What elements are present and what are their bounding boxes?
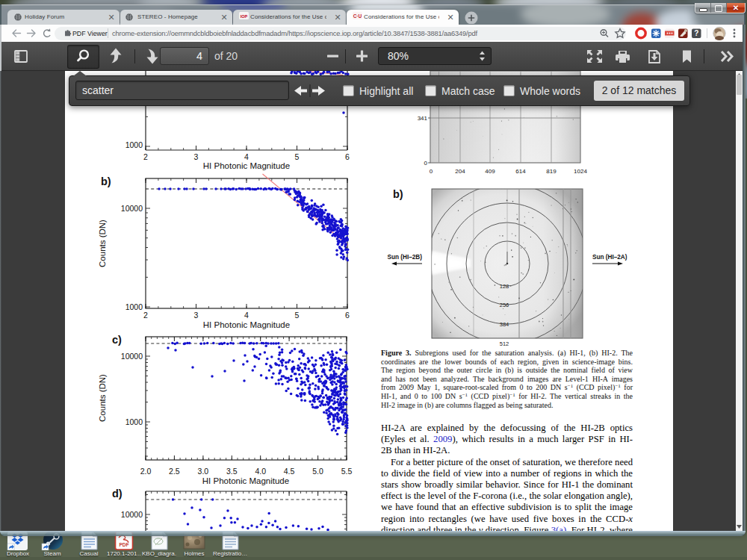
svg-text:HI Photonic Magnitude: HI Photonic Magnitude [203, 320, 290, 329]
svg-text:3.0: 3.0 [198, 467, 209, 476]
svg-text:HI Photonic Magnitude: HI Photonic Magnitude [203, 161, 290, 170]
svg-text:10000: 10000 [121, 510, 143, 519]
svg-text:c): c) [112, 334, 122, 346]
svg-text:2: 2 [143, 152, 148, 161]
svg-text:128: 128 [500, 283, 509, 290]
svg-text:PDF Viewer: PDF Viewer [72, 30, 108, 37]
svg-text:1000: 1000 [125, 140, 143, 149]
svg-text:2: 2 [143, 311, 148, 320]
svg-text:10000: 10000 [121, 352, 143, 361]
svg-text:341: 341 [418, 115, 428, 122]
svg-text:Counts (DN): Counts (DN) [98, 220, 107, 267]
svg-text:204: 204 [455, 168, 465, 175]
svg-text:819: 819 [546, 168, 557, 175]
svg-text:2.5: 2.5 [169, 467, 180, 476]
svg-text:1000: 1000 [125, 302, 143, 311]
svg-text:4: 4 [244, 311, 249, 320]
svg-text:chrome-extension://oemmndcbldb: chrome-extension://oemmndcbldboiebfnladd… [112, 30, 477, 37]
svg-text:3: 3 [194, 311, 199, 320]
svg-text:5: 5 [295, 311, 300, 320]
svg-text:5.5: 5.5 [341, 467, 353, 476]
svg-text:PDF: PDF [120, 542, 129, 547]
svg-text:614: 614 [515, 168, 526, 175]
svg-text:b): b) [101, 175, 111, 187]
svg-text:256: 256 [500, 302, 509, 308]
svg-text:?: ? [694, 29, 698, 37]
svg-text:d): d) [112, 488, 123, 500]
svg-text:C·U: C·U [353, 13, 362, 19]
svg-text:1024: 1024 [574, 168, 587, 175]
svg-text:5: 5 [295, 152, 300, 161]
svg-text:4.5: 4.5 [284, 467, 295, 476]
svg-text:IOP: IOP [241, 14, 248, 19]
svg-text:512: 512 [500, 340, 509, 347]
svg-text:b): b) [393, 188, 403, 200]
svg-text:3: 3 [194, 152, 199, 161]
svg-text:10000: 10000 [121, 204, 143, 213]
svg-text:4.0: 4.0 [255, 467, 266, 476]
svg-text:409: 409 [485, 168, 495, 175]
svg-text:Counts (DN): Counts (DN) [98, 374, 107, 422]
svg-text:0: 0 [430, 168, 433, 175]
svg-text:2.0: 2.0 [140, 467, 152, 476]
svg-text:6: 6 [345, 311, 350, 320]
svg-text:4: 4 [244, 152, 249, 161]
svg-text:Sun (HI–2B): Sun (HI–2B) [388, 254, 423, 261]
svg-text:3.5: 3.5 [226, 467, 238, 476]
svg-text:384: 384 [500, 321, 509, 328]
svg-text:Sun (HI–2A): Sun (HI–2A) [592, 254, 627, 261]
svg-text:0: 0 [424, 160, 428, 167]
svg-text:5.0: 5.0 [312, 467, 323, 476]
svg-text:HI Photonic Magnitude: HI Photonic Magnitude [202, 476, 289, 485]
svg-text:6: 6 [345, 152, 350, 161]
svg-text:1000: 1000 [125, 417, 143, 426]
